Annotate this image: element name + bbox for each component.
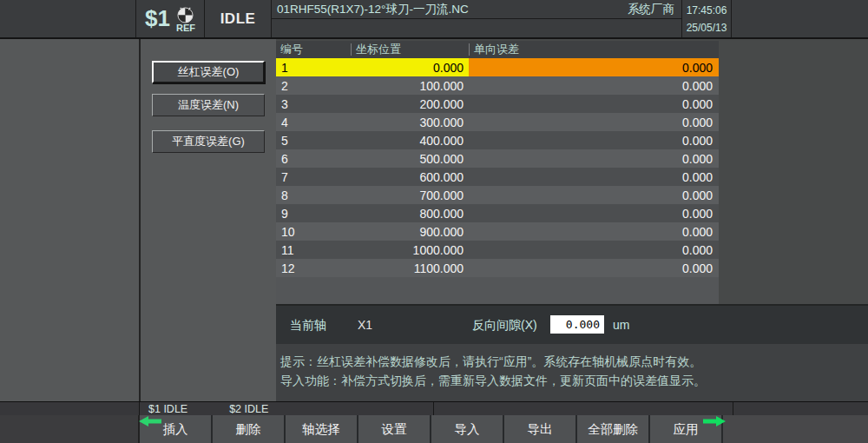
page-right-arrow-icon[interactable] bbox=[703, 416, 726, 426]
coordinate-position-cell: 400.000 bbox=[351, 131, 469, 149]
softkey-export[interactable]: 导出 bbox=[504, 415, 577, 443]
unidirectional-error-cell: 0.000 bbox=[469, 168, 719, 186]
table-header: 编号 坐标位置 单向误差 bbox=[276, 41, 719, 58]
softkey-delete[interactable]: 删除 bbox=[213, 415, 286, 443]
coordinate-position-cell: 1100.000 bbox=[351, 259, 469, 277]
axis-row: 当前轴 X1 反向间隙(X) um bbox=[276, 306, 868, 344]
coordinate-position-cell: 0.000 bbox=[351, 58, 469, 76]
row-number-cell: 2 bbox=[276, 76, 351, 95]
clock-cell: 17:45:06 25/05/13 bbox=[682, 0, 732, 37]
table-row[interactable]: 111000.0000.000 bbox=[276, 241, 719, 259]
channel2-status: $2 IDLE bbox=[229, 403, 268, 415]
column-header-position: 坐标位置 bbox=[351, 43, 469, 56]
row-number-cell: 5 bbox=[276, 131, 351, 149]
table-row[interactable]: 7600.0000.000 bbox=[276, 168, 719, 186]
softkey-delete-all[interactable]: 全部删除 bbox=[577, 415, 650, 443]
hint-line-1: 提示：丝杠误差补偿数据修改后，请执行“应用”。系统存在轴机械原点时有效。 bbox=[280, 352, 868, 371]
softkey-row: 插入删除轴选择设置导入导出全部删除应用 bbox=[0, 415, 868, 443]
row-number-cell: 8 bbox=[276, 186, 351, 204]
unidirectional-error-cell: 0.000 bbox=[469, 58, 719, 76]
row-number-cell: 6 bbox=[276, 149, 351, 168]
current-axis-label: 当前轴 bbox=[290, 318, 326, 334]
clock-date: 25/05/13 bbox=[687, 19, 727, 36]
unidirectional-error-cell: 0.000 bbox=[469, 186, 719, 204]
row-number-cell: 4 bbox=[276, 113, 351, 131]
row-number-cell: 9 bbox=[276, 204, 351, 222]
backlash-unit: um bbox=[613, 318, 629, 332]
program-title: 01RHF55(R1X7)-12°球刀-一刀流.NC bbox=[277, 2, 469, 17]
coordinate-position-cell: 1000.000 bbox=[351, 241, 469, 259]
column-header-error: 单向误差 bbox=[469, 43, 719, 56]
sidebar-button-screw-error[interactable]: 丝杠误差(O) bbox=[152, 61, 265, 83]
table-row[interactable]: 10900.0000.000 bbox=[276, 222, 719, 241]
softkey-import[interactable]: 导入 bbox=[431, 415, 504, 443]
page-left-arrow-icon[interactable] bbox=[139, 416, 161, 426]
coordinate-position-cell: 600.000 bbox=[351, 168, 469, 186]
bottom-panel: 当前轴 X1 反向间隙(X) um 提示：丝杠误差补偿数据修改后，请执行“应用”… bbox=[276, 304, 868, 401]
table-row[interactable]: 3200.0000.000 bbox=[276, 95, 719, 113]
table-row[interactable]: 10.0000.000 bbox=[276, 58, 719, 76]
sidebar-button-straightness-error[interactable]: 平直度误差(G) bbox=[152, 130, 265, 153]
table-row[interactable]: 2100.0000.000 bbox=[276, 76, 719, 95]
row-number-cell: 7 bbox=[276, 168, 351, 186]
coordinate-position-cell: 700.000 bbox=[351, 186, 469, 204]
softkey-settings[interactable]: 设置 bbox=[358, 415, 431, 443]
table-row[interactable]: 6500.0000.000 bbox=[276, 149, 719, 168]
clock-time: 17:45:06 bbox=[687, 2, 727, 19]
coordinate-position-cell: 800.000 bbox=[351, 204, 469, 222]
sidebar-button-temperature-error[interactable]: 温度误差(N) bbox=[152, 94, 265, 116]
top-bar: $1 REF IDLE 01RHF55(R1X7)-12°球刀-一刀流.NC 系… bbox=[0, 0, 868, 39]
row-number-cell: 1 bbox=[276, 58, 351, 76]
table-row[interactable]: 8700.0000.000 bbox=[276, 186, 719, 204]
program-title-cell: 01RHF55(R1X7)-12°球刀-一刀流.NC 系统厂商 bbox=[272, 0, 682, 37]
top-bar-blank-left bbox=[0, 0, 136, 37]
unidirectional-error-cell: 0.000 bbox=[469, 259, 719, 277]
row-number-cell: 10 bbox=[276, 222, 351, 241]
row-number-cell: 3 bbox=[276, 95, 351, 113]
hint-line-2: 导入功能：补偿方式切换后，需重新导入数据文件，更新页面中的误差值显示。 bbox=[280, 371, 868, 390]
unidirectional-error-cell: 0.000 bbox=[469, 131, 719, 149]
table-empty-area bbox=[276, 277, 719, 304]
unidirectional-error-cell: 0.000 bbox=[469, 149, 719, 168]
top-bar-blank-right bbox=[732, 0, 868, 37]
table-row[interactable]: 9800.0000.000 bbox=[276, 204, 719, 222]
current-axis-value: X1 bbox=[358, 318, 372, 332]
unidirectional-error-cell: 0.000 bbox=[469, 204, 719, 222]
coordinate-position-cell: 500.000 bbox=[351, 149, 469, 168]
column-header-number: 编号 bbox=[276, 43, 351, 56]
vendor-label: 系统厂商 bbox=[628, 2, 674, 17]
backlash-label: 反向间隙(X) bbox=[472, 318, 537, 334]
coordinate-position-cell: 300.000 bbox=[351, 113, 469, 131]
coordinate-position-cell: 100.000 bbox=[351, 76, 469, 95]
compensation-table: 编号 坐标位置 单向误差 10.0000.0002100.0000.000320… bbox=[276, 41, 719, 277]
backlash-input[interactable] bbox=[550, 315, 604, 334]
channel1-status: $1 IDLE bbox=[148, 403, 187, 415]
row-number-cell: 11 bbox=[276, 241, 351, 259]
unidirectional-error-cell: 0.000 bbox=[469, 76, 719, 95]
sidebar-buttons: 丝杠误差(O)温度误差(N)平直度误差(G) bbox=[152, 61, 265, 153]
softkey-axis-select[interactable]: 轴选择 bbox=[286, 415, 358, 443]
table-rows: 10.0000.0002100.0000.0003200.0000.000430… bbox=[276, 58, 719, 277]
reference-point-icon bbox=[177, 7, 194, 23]
hint-area: 提示：丝杠误差补偿数据修改后，请执行“应用”。系统存在轴机械原点时有效。 导入功… bbox=[276, 344, 868, 403]
unidirectional-error-cell: 0.000 bbox=[469, 95, 719, 113]
row-number-cell: 12 bbox=[276, 259, 351, 277]
coordinate-position-cell: 200.000 bbox=[351, 95, 469, 113]
unidirectional-error-cell: 0.000 bbox=[469, 222, 719, 241]
unidirectional-error-cell: 0.000 bbox=[469, 113, 719, 131]
channel-label: $1 bbox=[145, 5, 170, 32]
coordinate-position-cell: 900.000 bbox=[351, 222, 469, 241]
table-row[interactable]: 4300.0000.000 bbox=[276, 113, 719, 131]
mode-label: IDLE bbox=[205, 0, 272, 37]
table-row[interactable]: 121100.0000.000 bbox=[276, 259, 719, 277]
status-bar: $1 IDLE $2 IDLE bbox=[0, 401, 868, 415]
channel-cell: $1 REF bbox=[136, 0, 205, 37]
table-row[interactable]: 5400.0000.000 bbox=[276, 131, 719, 149]
unidirectional-error-cell: 0.000 bbox=[469, 241, 719, 259]
ref-label: REF bbox=[176, 23, 195, 33]
softkey-bar: 插入删除轴选择设置导入导出全部删除应用 bbox=[140, 415, 723, 443]
